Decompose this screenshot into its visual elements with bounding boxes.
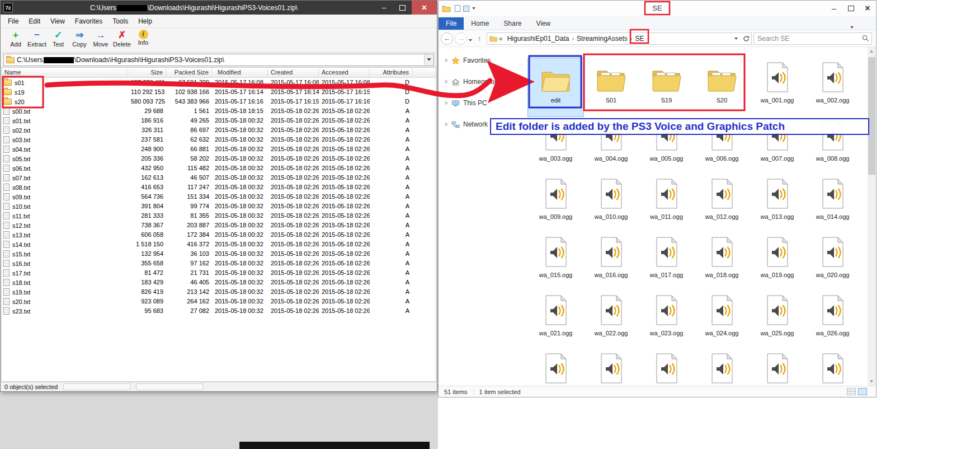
file-item-wa_026.ogg[interactable]: wa_026.ogg <box>805 291 860 349</box>
file-row-s15.txt[interactable]: s15.txt132 95436 1032015-05-18 00:322015… <box>2 249 436 259</box>
file-row-s14.txt[interactable]: s14.txt1 518 150416 3722015-05-18 00:322… <box>2 240 436 249</box>
maximize-button[interactable] <box>842 2 859 15</box>
close-button[interactable] <box>412 1 437 15</box>
scroll-up-icon[interactable] <box>870 50 873 53</box>
file-row-s20.txt[interactable]: s20.txt923 089264 1622015-05-18 00:32201… <box>2 297 436 306</box>
column-header-name[interactable]: Name <box>2 68 128 77</box>
file-item-wa_002.ogg[interactable]: wa_002.ogg <box>805 58 860 116</box>
file-row-s03.txt[interactable]: s03.txt237 58162 6322015-05-18 00:322015… <box>2 135 436 144</box>
toolbar-button-test[interactable]: ✓Test <box>48 28 69 48</box>
folder-item-s01[interactable]: S01 <box>583 58 639 116</box>
file-row-s05.txt[interactable]: s05.txt205 33658 2022015-05-18 00:322015… <box>2 154 436 163</box>
file-row-s19.txt[interactable]: s19.txt826 419213 1422015-05-18 00:32201… <box>2 287 436 297</box>
large-icons-view-icon[interactable] <box>858 388 867 395</box>
file-item-wa_015.ogg[interactable]: wa_015.ogg <box>528 233 583 291</box>
tab-view[interactable]: View <box>529 17 558 30</box>
file-item-wa_014.ogg[interactable]: wa_014.ogg <box>805 175 860 233</box>
folder-item-s19[interactable]: S19 <box>639 58 694 116</box>
column-header-attributes[interactable]: Attributes <box>370 68 412 77</box>
column-header-modified[interactable]: Modified <box>212 68 268 77</box>
file-row-s01[interactable]: s01105 376 48197 591 7092015-05-17 16:08… <box>2 78 436 87</box>
menu-item-view[interactable]: View <box>45 16 70 27</box>
file-item-wa_023.ogg[interactable]: wa_023.ogg <box>639 291 694 349</box>
minimize-button[interactable] <box>375 1 393 15</box>
toolbar-button-extract[interactable]: −Extract <box>26 28 48 48</box>
file-row-s17.txt[interactable]: s17.txt81 47221 7312015-05-18 00:322015-… <box>2 268 436 278</box>
path-dropdown-button[interactable] <box>424 54 434 66</box>
toolbar-button-move[interactable]: →Move <box>90 28 111 48</box>
toolbar-button-info[interactable]: iInfo <box>133 28 154 46</box>
scrollbar[interactable] <box>868 47 876 386</box>
minimize-button[interactable] <box>826 2 842 15</box>
tab-file[interactable]: File <box>439 17 464 30</box>
folder-item-edit[interactable]: edit <box>528 58 583 116</box>
file-row-s12.txt[interactable]: s12.txt738 367203 8872015-05-18 00:32201… <box>2 221 436 230</box>
archive-path-combobox[interactable]: C:\Users\Downloads\Higurashi\HigurashiPS… <box>3 54 434 66</box>
file-row-s10.txt[interactable]: s10.txt391 80499 7742015-05-18 00:322015… <box>2 202 436 211</box>
file-item-wa_012.ogg[interactable]: wa_012.ogg <box>694 175 750 233</box>
address-bar[interactable]: «HigurashiEp01_Data›StreamingAssets›SE <box>487 32 752 45</box>
sidebar-item-favorites[interactable]: Favorites <box>439 54 525 67</box>
menu-item-edit[interactable]: Edit <box>23 16 45 27</box>
refresh-button[interactable] <box>741 35 751 42</box>
file-row-s23.txt[interactable]: s23.txt95 68327 0822015-05-18 00:322015-… <box>2 306 436 316</box>
file-item-wa_010.ogg[interactable]: wa_010.ogg <box>583 175 639 233</box>
file-row-s11.txt[interactable]: s11.txt281 33381 3552015-05-18 00:322015… <box>2 211 436 221</box>
qat-new-folder-icon[interactable] <box>455 5 460 12</box>
file-item-wa_024.ogg[interactable]: wa_024.ogg <box>694 291 750 349</box>
scroll-down-icon[interactable] <box>870 380 873 383</box>
qat-properties-icon[interactable] <box>463 6 469 12</box>
column-header-size[interactable]: Size <box>128 68 166 77</box>
tab-home[interactable]: Home <box>464 17 496 30</box>
file-item[interactable] <box>528 349 583 386</box>
details-view-icon[interactable] <box>847 388 856 395</box>
file-row-s04.txt[interactable]: s04.txt248 90066 8812015-05-18 00:322015… <box>2 144 436 154</box>
column-header-accessed[interactable]: Accessed <box>319 68 370 77</box>
qat-chevron-icon[interactable] <box>472 7 475 10</box>
file-row-s00.txt[interactable]: s00.txt29 6881 5612015-05-18 18:152015-0… <box>2 106 436 116</box>
file-item-wa_001.ogg[interactable]: wa_001.ogg <box>750 58 805 116</box>
file-item[interactable] <box>583 349 639 386</box>
scrollbar-thumb[interactable] <box>868 57 875 175</box>
file-item-wa_019.ogg[interactable]: wa_019.ogg <box>750 233 805 291</box>
file-item-wa_016.ogg[interactable]: wa_016.ogg <box>583 233 639 291</box>
toolbar-button-copy[interactable]: ⇒Copy <box>69 28 90 48</box>
address-dropdown-icon[interactable] <box>731 38 741 40</box>
file-row-s19[interactable]: s19110 292 153102 938 1662015-05-17 16:1… <box>2 87 436 97</box>
file-item-wa_009.ogg[interactable]: wa_009.ogg <box>528 175 583 233</box>
file-row-s02.txt[interactable]: s02.txt326 31186 6972015-05-18 00:322015… <box>2 125 436 135</box>
search-input[interactable] <box>754 35 859 43</box>
sidebar-item-this-pc[interactable]: This PC <box>439 96 525 110</box>
file-item[interactable] <box>805 349 860 386</box>
file-row-s18.txt[interactable]: s18.txt183 42946 4052015-05-18 00:322015… <box>2 278 436 287</box>
back-button[interactable]: ← <box>441 32 453 45</box>
breadcrumb-item-streamingassets[interactable]: StreamingAssets <box>574 35 630 43</box>
file-row-s16.txt[interactable]: s16.txt355 65897 1622015-05-18 00:322015… <box>2 259 436 268</box>
file-item-wa_021.ogg[interactable]: wa_021.ogg <box>528 291 583 349</box>
menu-item-help[interactable]: Help <box>133 16 157 27</box>
file-item-wa_018.ogg[interactable]: wa_018.ogg <box>694 233 750 291</box>
file-item[interactable] <box>639 349 694 386</box>
file-item-wa_011.ogg[interactable]: wa_011.ogg <box>639 175 694 233</box>
column-header-packed-size[interactable]: Packed Size <box>166 68 212 77</box>
column-header-created[interactable]: Created <box>268 68 319 77</box>
file-row-s20[interactable]: s20580 093 725543 383 9662015-05-17 16:1… <box>2 97 436 106</box>
maximize-button[interactable] <box>393 1 412 15</box>
file-row-s13.txt[interactable]: s13.txt606 058172 3842015-05-18 00:32201… <box>2 230 436 240</box>
menu-item-tools[interactable]: Tools <box>107 16 133 27</box>
folder-item-s20[interactable]: S20 <box>694 58 750 116</box>
file-row-s08.txt[interactable]: s08.txt416 653117 2472015-05-18 00:32201… <box>2 183 436 192</box>
file-item-wa_013.ogg[interactable]: wa_013.ogg <box>750 175 805 233</box>
breadcrumb-item-higurashiep01_data[interactable]: HigurashiEp01_Data <box>505 35 572 43</box>
file-item[interactable] <box>750 349 805 386</box>
file-row-s01.txt[interactable]: s01.txt186 91649 2652015-05-18 00:322015… <box>2 116 436 125</box>
file-item-wa_017.ogg[interactable]: wa_017.ogg <box>639 233 694 291</box>
menu-item-file[interactable]: File <box>3 16 23 27</box>
ribbon-expand-icon[interactable] <box>850 21 854 31</box>
history-dropdown-icon[interactable] <box>469 34 472 44</box>
sidebar-item-homegroup[interactable]: Homegroup <box>439 75 525 88</box>
file-row-s06.txt[interactable]: s06.txt432 950115 4822015-05-18 00:32201… <box>2 163 436 173</box>
file-row-s07.txt[interactable]: s07.txt162 61346 5072015-05-18 00:322015… <box>2 173 436 183</box>
file-row-s09.txt[interactable]: s09.txt564 736151 3342015-05-18 00:32201… <box>2 192 436 202</box>
up-button[interactable]: ↑ <box>474 33 485 44</box>
